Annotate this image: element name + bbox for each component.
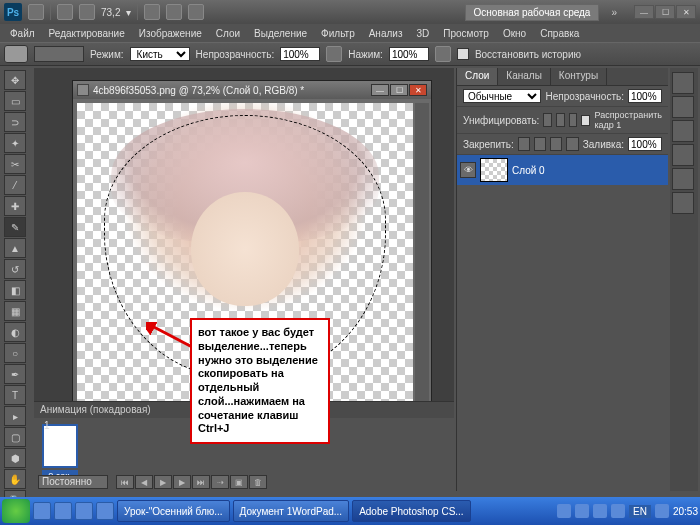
tablet-pressure-icon[interactable]: [435, 46, 451, 62]
tray-icon[interactable]: [611, 504, 625, 518]
screen-mode-icon[interactable]: [188, 4, 204, 20]
tray-icon[interactable]: [575, 504, 589, 518]
menu-window[interactable]: Окно: [497, 26, 532, 41]
doc-maximize-icon[interactable]: ☐: [390, 84, 408, 96]
collapsed-panel-icon[interactable]: [672, 120, 694, 142]
lock-pixels-icon[interactable]: [534, 137, 546, 151]
first-frame-icon[interactable]: ⏮: [116, 475, 134, 489]
tab-layers[interactable]: Слои: [457, 68, 498, 85]
view-extras-icon[interactable]: [57, 4, 73, 20]
wand-tool-icon[interactable]: ✦: [4, 133, 26, 153]
collapsed-panel-icon[interactable]: [672, 144, 694, 166]
dodge-tool-icon[interactable]: ○: [4, 343, 26, 363]
menu-select[interactable]: Выделение: [248, 26, 313, 41]
prev-frame-icon[interactable]: ◀: [135, 475, 153, 489]
arrange-icon[interactable]: [166, 4, 182, 20]
layer-blend-select[interactable]: Обычные: [463, 89, 541, 103]
blend-mode-select[interactable]: Кисть: [130, 47, 190, 61]
opacity-input[interactable]: [280, 47, 320, 61]
unify-style-icon[interactable]: [569, 113, 578, 127]
lasso-tool-icon[interactable]: ⊃: [4, 112, 26, 132]
menu-3d[interactable]: 3D: [410, 26, 435, 41]
gradient-tool-icon[interactable]: ▦: [4, 301, 26, 321]
tween-icon[interactable]: ⇢: [211, 475, 229, 489]
delete-frame-icon[interactable]: 🗑: [249, 475, 267, 489]
taskbar-app-button[interactable]: Урок-"Осенний блю...: [117, 500, 230, 522]
marquee-tool-icon[interactable]: ▭: [4, 91, 26, 111]
doc-close-icon[interactable]: ✕: [409, 84, 427, 96]
bridge-icon[interactable]: [28, 4, 44, 20]
type-tool-icon[interactable]: T: [4, 385, 26, 405]
last-frame-icon[interactable]: ⏭: [192, 475, 210, 489]
menu-analysis[interactable]: Анализ: [363, 26, 409, 41]
crop-tool-icon[interactable]: ✂: [4, 154, 26, 174]
clock[interactable]: 20:53: [673, 506, 698, 517]
window-close-icon[interactable]: ✕: [676, 5, 696, 19]
document-titlebar[interactable]: 4cb896f35053.png @ 73,2% (Слой 0, RGB/8)…: [73, 81, 431, 99]
quicklaunch-icon[interactable]: [54, 502, 72, 520]
tool-preset-icon[interactable]: [4, 45, 28, 63]
layer-item[interactable]: 👁 Слой 0: [457, 155, 668, 185]
workspace-switcher[interactable]: Основная рабочая среда: [465, 4, 600, 21]
menu-help[interactable]: Справка: [534, 26, 585, 41]
menu-image[interactable]: Изображение: [133, 26, 208, 41]
visibility-toggle-icon[interactable]: 👁: [460, 162, 476, 178]
brush-preset-picker[interactable]: [34, 46, 84, 62]
layer-name[interactable]: Слой 0: [512, 165, 545, 176]
pen-tool-icon[interactable]: ✒: [4, 364, 26, 384]
collapsed-panel-icon[interactable]: [672, 72, 694, 94]
path-select-tool-icon[interactable]: ▸: [4, 406, 26, 426]
taskbar-app-button[interactable]: Документ 1WordPad...: [233, 500, 350, 522]
heal-tool-icon[interactable]: ✚: [4, 196, 26, 216]
taskbar-app-button[interactable]: Adobe Photoshop CS...: [352, 500, 471, 522]
eyedropper-tool-icon[interactable]: ⁄: [4, 175, 26, 195]
quicklaunch-icon[interactable]: [33, 502, 51, 520]
lock-all-icon[interactable]: [566, 137, 578, 151]
tab-channels[interactable]: Каналы: [498, 68, 551, 85]
next-frame-icon[interactable]: ▶: [173, 475, 191, 489]
3d-tool-icon[interactable]: ⬢: [4, 448, 26, 468]
stamp-tool-icon[interactable]: ▲: [4, 238, 26, 258]
restore-history-checkbox[interactable]: [457, 48, 469, 60]
lock-position-icon[interactable]: [550, 137, 562, 151]
expand-chevron-icon[interactable]: »: [605, 7, 623, 18]
move-tool-icon[interactable]: ✥: [4, 70, 26, 90]
hand-tool-icon[interactable]: ✋: [4, 469, 26, 489]
blur-tool-icon[interactable]: ◐: [4, 322, 26, 342]
window-minimize-icon[interactable]: —: [634, 5, 654, 19]
tray-icon[interactable]: [557, 504, 571, 518]
lock-transparency-icon[interactable]: [518, 137, 530, 151]
doc-minimize-icon[interactable]: —: [371, 84, 389, 96]
doc-scrollbar-vertical[interactable]: [415, 103, 429, 401]
unify-visibility-icon[interactable]: [556, 113, 565, 127]
unify-position-icon[interactable]: [543, 113, 552, 127]
play-icon[interactable]: ▶: [154, 475, 172, 489]
tray-icon[interactable]: [593, 504, 607, 518]
menu-file[interactable]: Файл: [4, 26, 41, 41]
window-maximize-icon[interactable]: ☐: [655, 5, 675, 19]
tray-icon[interactable]: [655, 504, 669, 518]
collapsed-panel-icon[interactable]: [672, 168, 694, 190]
collapsed-panel-icon[interactable]: [672, 96, 694, 118]
layer-opacity-input[interactable]: [628, 89, 662, 103]
tab-paths[interactable]: Контуры: [551, 68, 607, 85]
quicklaunch-icon[interactable]: [75, 502, 93, 520]
hand-icon[interactable]: [144, 4, 160, 20]
loop-mode-select[interactable]: Постоянно: [38, 475, 108, 489]
propagate-checkbox[interactable]: ✓: [581, 115, 590, 126]
brush-tool-icon[interactable]: ✎: [4, 217, 26, 237]
airbrush-icon[interactable]: [326, 46, 342, 62]
fill-input[interactable]: [628, 137, 662, 151]
zoom-level-icon[interactable]: [79, 4, 95, 20]
collapsed-panel-icon[interactable]: [672, 192, 694, 214]
start-button[interactable]: [2, 499, 30, 523]
language-indicator[interactable]: EN: [629, 505, 651, 518]
new-frame-icon[interactable]: ▣: [230, 475, 248, 489]
quicklaunch-icon[interactable]: [96, 502, 114, 520]
menu-edit[interactable]: Редактирование: [43, 26, 131, 41]
layer-thumbnail[interactable]: [480, 158, 508, 182]
menu-layers[interactable]: Слои: [210, 26, 246, 41]
history-brush-tool-icon[interactable]: ↺: [4, 259, 26, 279]
eraser-tool-icon[interactable]: ◧: [4, 280, 26, 300]
menu-filter[interactable]: Фильтр: [315, 26, 361, 41]
